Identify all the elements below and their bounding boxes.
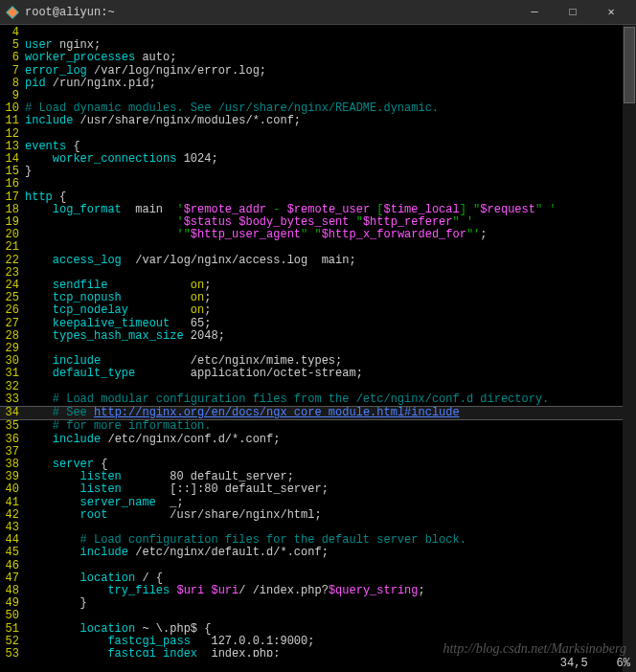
code-line[interactable]: 15} [0, 166, 636, 178]
line-number: 33 [0, 393, 25, 406]
code-content[interactable]: pid /run/nginx.pid; [25, 78, 636, 90]
line-number: 47 [0, 572, 25, 585]
code-line[interactable]: 12 [0, 128, 636, 141]
line-number: 26 [0, 304, 25, 317]
line-number: 31 [0, 368, 25, 380]
code-content[interactable] [25, 178, 636, 190]
code-content[interactable]: # Load modular configuration files from … [25, 393, 636, 406]
app-icon [6, 6, 19, 19]
code-content[interactable]: access_log /var/log/nginx/access.log mai… [25, 255, 636, 267]
scroll-percent: 6% [617, 657, 630, 670]
line-number: 52 [0, 636, 25, 648]
code-line[interactable]: 34 # See http://nginx.org/en/docs/ngx_co… [0, 406, 636, 420]
code-content[interactable]: root /usr/share/nginx/html; [25, 509, 636, 522]
code-line[interactable]: 28 types_hash_max_size 2048; [0, 330, 636, 343]
code-content[interactable]: } [25, 166, 636, 178]
line-number: 40 [0, 483, 25, 496]
close-button[interactable]: ✕ [592, 0, 630, 25]
code-content[interactable] [25, 27, 636, 39]
titlebar: root@aliyun:~ — □ ✕ [0, 0, 636, 25]
line-number: 34 [0, 407, 25, 419]
code-content[interactable]: '"$http_user_agent" "$http_x_forwarded_f… [25, 229, 636, 241]
line-number: 7 [0, 65, 25, 78]
line-number: 37 [0, 446, 25, 459]
cursor-position: 34,5 [560, 657, 588, 670]
line-number: 41 [0, 497, 25, 509]
code-line[interactable]: 16 [0, 178, 636, 190]
line-number: 21 [0, 241, 25, 254]
scrollbar[interactable] [623, 25, 636, 672]
code-content[interactable]: try_files $uri $uri/ /index.php?$query_s… [25, 585, 636, 597]
line-number: 53 [0, 648, 25, 657]
window-title: root@aliyun:~ [25, 6, 515, 19]
code-line[interactable]: 11include /usr/share/nginx/modules/*.con… [0, 115, 636, 127]
line-number: 42 [0, 509, 25, 522]
minimize-button[interactable]: — [515, 0, 554, 25]
code-content[interactable]: types_hash_max_size 2048; [25, 330, 636, 343]
code-line[interactable]: 33 # Load modular configuration files fr… [0, 393, 636, 406]
code-line[interactable]: 14 worker_connections 1024; [0, 153, 636, 166]
code-line[interactable]: 20 '"$http_user_agent" "$http_x_forwarde… [0, 229, 636, 241]
line-number: 46 [0, 560, 25, 572]
line-number: 11 [0, 115, 25, 127]
line-number: 51 [0, 623, 25, 636]
code-line[interactable]: 31 default_type application/octet-stream… [0, 368, 636, 380]
code-content[interactable]: fastcgi_index index.php; [25, 648, 636, 657]
code-content[interactable] [25, 446, 636, 459]
window-controls: — □ ✕ [515, 0, 630, 25]
line-number: 12 [0, 128, 25, 141]
code-content[interactable] [25, 128, 636, 141]
code-line[interactable]: 49 } [0, 597, 636, 610]
code-content[interactable]: include /usr/share/nginx/modules/*.conf; [25, 115, 636, 127]
line-number: 16 [0, 178, 25, 190]
line-number: 27 [0, 318, 25, 330]
code-line[interactable]: 42 root /usr/share/nginx/html; [0, 509, 636, 522]
line-number: 17 [0, 191, 25, 204]
code-line[interactable]: 48 try_files $uri $uri/ /index.php?$quer… [0, 585, 636, 597]
line-number: 6 [0, 52, 25, 64]
code-line[interactable]: 53 fastcgi_index index.php; [0, 648, 636, 657]
line-number: 36 [0, 434, 25, 446]
code-content[interactable]: include /etc/nginx/default.d/*.conf; [25, 547, 636, 559]
line-number: 22 [0, 255, 25, 267]
status-bar: 34,5 6% [560, 657, 630, 670]
editor-area[interactable]: 45user nginx;6worker_processes auto;7err… [0, 25, 636, 657]
code-line[interactable]: 45 include /etc/nginx/default.d/*.conf; [0, 547, 636, 559]
maximize-button[interactable]: □ [554, 0, 592, 25]
svg-marker-1 [8, 7, 18, 17]
line-number: 45 [0, 547, 25, 559]
line-number: 32 [0, 381, 25, 393]
code-content[interactable]: worker_connections 1024; [25, 153, 636, 166]
line-number: 35 [0, 420, 25, 433]
scroll-thumb[interactable] [624, 27, 635, 103]
code-content[interactable]: include /etc/nginx/conf.d/*.conf; [25, 434, 636, 446]
line-number: 50 [0, 610, 25, 622]
code-content[interactable]: default_type application/octet-stream; [25, 368, 636, 380]
code-content[interactable]: } [25, 597, 636, 610]
code-line[interactable]: 22 access_log /var/log/nginx/access.log … [0, 255, 636, 267]
code-line[interactable]: 36 include /etc/nginx/conf.d/*.conf; [0, 434, 636, 446]
code-content[interactable]: # See http://nginx.org/en/docs/ngx_core_… [25, 407, 636, 419]
code-line[interactable]: 8pid /run/nginx.pid; [0, 78, 636, 90]
